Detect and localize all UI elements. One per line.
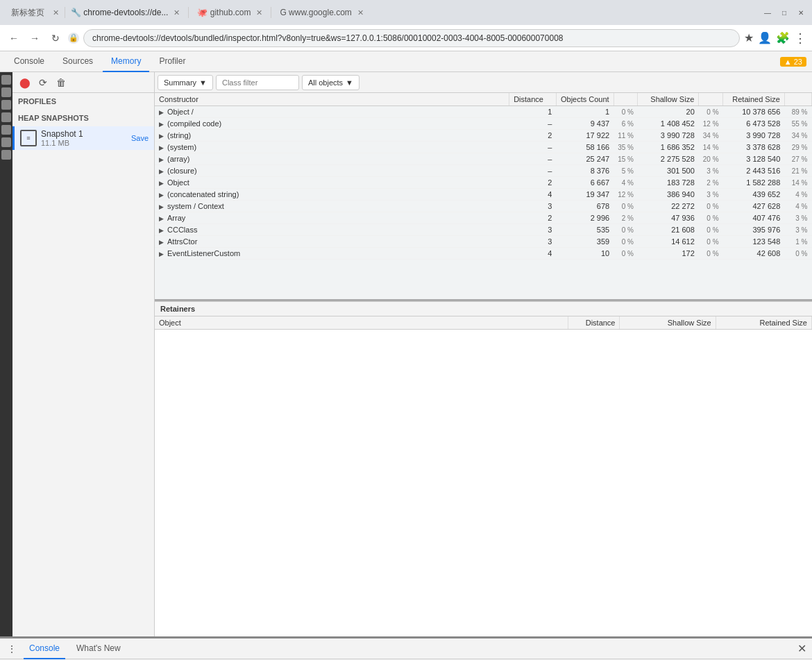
tab-memory[interactable]: Memory xyxy=(103,51,149,72)
record-button[interactable]: ⬤ xyxy=(18,76,32,90)
td-distance: 3 xyxy=(509,201,557,212)
tab-close-github[interactable]: ✕ xyxy=(256,8,262,17)
sidebar: ⬤ ⟳ 🗑 Profiles HEAP SNAPSHOTS ≡ Snapshot… xyxy=(12,72,155,636)
sidebar-toolbar: ⬤ ⟳ 🗑 xyxy=(12,72,154,93)
refresh-button[interactable]: ⟳ xyxy=(36,76,50,90)
table-row[interactable]: ▶Object 2 6 667 4 % 183 728 2 % 1 582 28… xyxy=(155,177,812,189)
heap-table-container[interactable]: Constructor Distance Objects Count Shall… xyxy=(155,93,812,301)
th-distance[interactable]: Distance xyxy=(509,93,557,106)
devtools-tab-indicator: 🔧 chrome-devtools://de... xyxy=(71,8,168,17)
new-tab-label: 新标签页 xyxy=(6,7,50,19)
tab-close-devtools[interactable]: ✕ xyxy=(174,8,180,17)
ret-th-retained[interactable]: Retained Size xyxy=(716,316,811,330)
td-count: 19 347 xyxy=(556,189,614,201)
app-icon-2[interactable] xyxy=(1,87,11,97)
table-row[interactable]: ▶EventListenerCustom 4 10 0 % 172 0 % 42… xyxy=(155,248,812,260)
retainers-table: Object Distance Shallow Size Retained Si… xyxy=(155,316,812,330)
class-filter-input[interactable] xyxy=(216,75,299,90)
tab-sources[interactable]: Sources xyxy=(54,51,101,72)
td-distance: 1 xyxy=(509,106,557,118)
td-count: 6 667 xyxy=(556,177,614,189)
th-objects-count[interactable]: Objects Count xyxy=(556,93,614,106)
heap-table: Constructor Distance Objects Count Shall… xyxy=(155,93,812,260)
tab-profiler[interactable]: Profiler xyxy=(151,51,194,72)
td-distance: 2 xyxy=(509,212,557,224)
snapshot-item[interactable]: ≡ Snapshot 1 11.1 MB Save xyxy=(12,126,154,150)
summary-label: Summary xyxy=(164,78,196,87)
table-row[interactable]: ▶Object / 1 1 0 % 20 0 % 10 378 656 89 % xyxy=(155,106,812,118)
table-row[interactable]: ▶(array) – 25 247 15 % 2 275 528 20 % 3 … xyxy=(155,153,812,165)
snapshot-save-button[interactable]: Save xyxy=(131,134,149,142)
th-shallow-size[interactable]: Shallow Size xyxy=(638,93,699,106)
table-row[interactable]: ▶(compiled code) – 9 437 6 % 1 408 452 1… xyxy=(155,118,812,130)
td-shallow: 47 936 xyxy=(638,212,699,224)
th-retained-size[interactable]: Retained Size xyxy=(723,93,785,106)
back-button[interactable]: ← xyxy=(6,30,22,46)
td-shallow-pct: 0 % xyxy=(699,236,723,248)
retainers-container[interactable]: Object Distance Shallow Size Retained Si… xyxy=(155,316,812,636)
th-constructor[interactable]: Constructor xyxy=(155,93,509,106)
table-row[interactable]: ▶(system) – 58 166 35 % 1 686 352 14 % 3… xyxy=(155,142,812,153)
td-count-pct: 0 % xyxy=(614,106,638,118)
td-constructor: ▶AttrsCtor xyxy=(155,236,509,248)
table-row[interactable]: ▶(closure) – 8 376 5 % 301 500 3 % 2 443… xyxy=(155,165,812,177)
app-icon-1[interactable] xyxy=(1,75,11,85)
ret-th-shallow[interactable]: Shallow Size xyxy=(620,316,716,330)
td-distance: – xyxy=(509,165,557,177)
table-row[interactable]: ▶(concatenated string) 4 19 347 12 % 386… xyxy=(155,189,812,201)
td-retained: 6 473 528 xyxy=(723,118,785,130)
console-tab-console[interactable]: Console xyxy=(24,638,65,659)
td-shallow-pct: 2 % xyxy=(699,177,723,189)
td-retained: 407 476 xyxy=(723,212,785,224)
app-icon-3[interactable] xyxy=(1,100,11,110)
console-close-button[interactable]: ✕ xyxy=(797,642,806,655)
bookmark-button[interactable]: ★ xyxy=(744,31,754,44)
extensions-button[interactable]: 🧩 xyxy=(776,31,790,44)
th-retained-pct xyxy=(784,93,811,106)
clear-button[interactable]: 🗑 xyxy=(54,76,68,90)
td-count: 9 437 xyxy=(556,118,614,130)
app-icon-7[interactable] xyxy=(1,150,11,160)
td-count: 8 376 xyxy=(556,165,614,177)
tab-close-google[interactable]: ✕ xyxy=(357,8,364,17)
tab-console[interactable]: Console xyxy=(6,51,53,72)
url-input[interactable] xyxy=(83,29,740,47)
maximize-button[interactable]: □ xyxy=(779,7,790,18)
td-retained: 427 628 xyxy=(723,201,785,212)
close-button[interactable]: ✕ xyxy=(795,7,806,18)
td-retained: 2 443 516 xyxy=(723,165,785,177)
console-dot-menu[interactable]: ⋮ xyxy=(6,643,18,655)
td-constructor: ▶system / Context xyxy=(155,201,509,212)
app-icon-5[interactable] xyxy=(1,125,11,135)
td-shallow: 386 940 xyxy=(638,189,699,201)
minimize-button[interactable]: — xyxy=(762,7,773,18)
table-row[interactable]: ▶AttrsCtor 3 359 0 % 14 612 0 % 123 548 … xyxy=(155,236,812,248)
app-icon-6[interactable] xyxy=(1,137,11,147)
td-count-pct: 0 % xyxy=(614,224,638,236)
retainers-header: Retainers xyxy=(155,301,812,316)
reload-button[interactable]: ↻ xyxy=(47,30,64,46)
ret-th-object[interactable]: Object xyxy=(155,316,568,330)
objects-arrow: ▼ xyxy=(346,78,353,87)
table-row[interactable]: ▶Array 2 2 996 2 % 47 936 0 % 407 476 3 … xyxy=(155,212,812,224)
td-constructor: ▶(string) xyxy=(155,130,509,142)
table-row[interactable]: ▶(string) 2 17 922 11 % 3 990 728 34 % 3… xyxy=(155,130,812,142)
menu-button[interactable]: ⋮ xyxy=(794,31,806,46)
console-tab-whatsnew[interactable]: What's New xyxy=(71,638,126,659)
td-count-pct: 15 % xyxy=(614,153,638,165)
app-icon-4[interactable] xyxy=(1,112,11,122)
td-constructor: ▶(array) xyxy=(155,153,509,165)
ret-th-distance[interactable]: Distance xyxy=(568,316,620,330)
td-distance: 4 xyxy=(509,248,557,260)
objects-dropdown[interactable]: All objects ▼ xyxy=(302,75,360,90)
profile-button[interactable]: 👤 xyxy=(758,31,772,44)
td-retained: 1 582 288 xyxy=(723,177,785,189)
table-row[interactable]: ▶system / Context 3 678 0 % 22 272 0 % 4… xyxy=(155,201,812,212)
forward-button[interactable]: → xyxy=(26,30,43,46)
td-count-pct: 0 % xyxy=(614,201,638,212)
table-header-row: Constructor Distance Objects Count Shall… xyxy=(155,93,812,106)
summary-dropdown[interactable]: Summary ▼ xyxy=(158,75,213,90)
tab-close-newtab[interactable]: ✕ xyxy=(53,8,59,17)
table-row[interactable]: ▶CCClass 3 535 0 % 21 608 0 % 395 976 3 … xyxy=(155,224,812,236)
td-count-pct: 6 % xyxy=(614,118,638,130)
